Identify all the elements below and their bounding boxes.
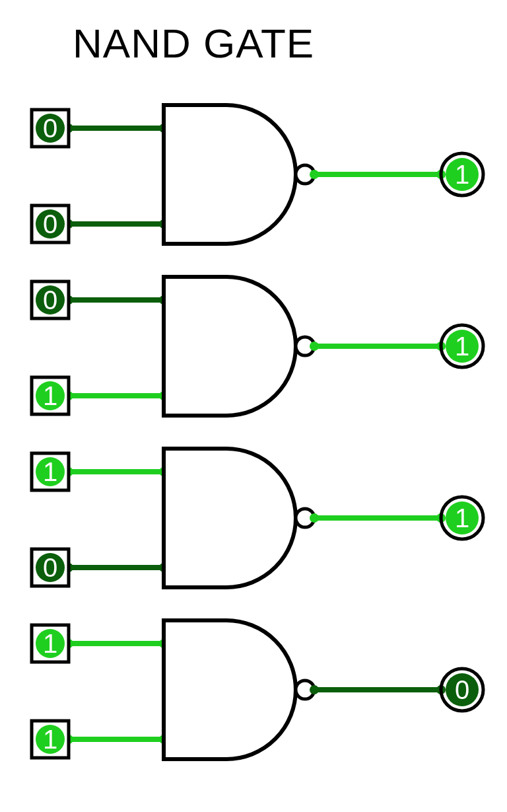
- gate-row-3-output-value: 0: [455, 675, 469, 704]
- gate-row-1-node-out-src: [310, 342, 319, 351]
- gate-row-0-input-b-value: 0: [43, 209, 57, 239]
- gate-row-0-body: [164, 105, 296, 244]
- gate-row-0-output-value: 1: [455, 160, 469, 189]
- gate-row-2-input-b-value: 0: [43, 553, 57, 582]
- gate-row-1-output-value: 1: [455, 332, 469, 361]
- gate-row-1-body: [164, 277, 296, 416]
- gate-row-2-output-value: 1: [455, 503, 469, 533]
- page-title: NAND GATE: [73, 20, 507, 67]
- gate-row-1-input-a-value: 0: [43, 285, 57, 314]
- gate-row-3-input-a-value: 1: [43, 629, 57, 658]
- gate-row-3-node-out-src: [310, 685, 319, 694]
- gate-row-1-input-b-value: 1: [43, 381, 57, 410]
- gate-row-3-body: [164, 620, 296, 759]
- nand-truth-table-diagram: 001011101110: [0, 87, 507, 800]
- gate-row-2-input-a-value: 1: [43, 457, 57, 486]
- gate-row-3-input-b-value: 1: [43, 725, 57, 754]
- gate-row-2-body: [164, 449, 296, 587]
- gate-row-2-node-out-src: [310, 513, 319, 523]
- gate-row-0-input-a-value: 0: [43, 114, 57, 143]
- gate-row-0-node-out-src: [310, 170, 319, 179]
